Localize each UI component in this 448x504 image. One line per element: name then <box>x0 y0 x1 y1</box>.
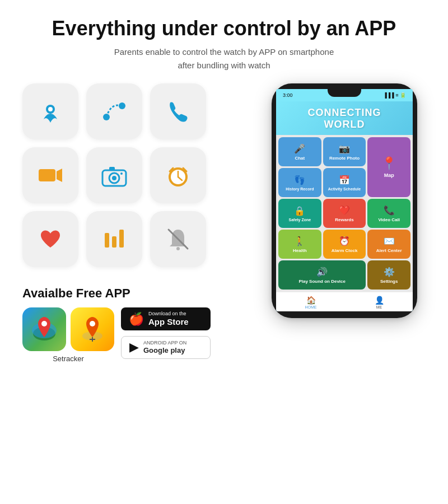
svg-rect-5 <box>39 169 55 181</box>
free-app-section: Avaialbe Free APP <box>22 286 252 363</box>
map-label: Map <box>384 172 394 178</box>
alarm-icon: ⏰ <box>339 236 350 246</box>
content-area: Avaialbe Free APP <box>22 83 426 363</box>
app-cell-alert[interactable]: ✉️ Alert Center <box>367 230 410 259</box>
googleplay-main: Google play <box>143 346 186 355</box>
activity-icon: 📅 <box>339 175 350 185</box>
chat-icon: 🎤 <box>294 143 305 154</box>
feature-icon-activity <box>86 211 142 267</box>
feature-icon-call <box>150 83 206 139</box>
phone-signal: ▐▐▐ ≡ 🔋 <box>384 92 406 98</box>
videocall-label: Video Call <box>378 217 400 222</box>
google-play-icon: ▶ <box>129 340 139 354</box>
rewards-label: Rewards <box>335 217 353 222</box>
history-icon: 👣 <box>294 175 305 185</box>
feature-icon-no-bell <box>150 211 206 267</box>
appstore-badge[interactable]: 🍎 Download on the App Store <box>121 307 211 330</box>
playsound-label: Play Sound on Device <box>298 279 346 284</box>
svg-rect-19 <box>112 236 116 248</box>
setracker-icon-2[interactable] <box>71 307 114 351</box>
app-cell-playsound[interactable]: 🔊 Play Sound on Device <box>278 260 366 290</box>
googleplay-text: ANDROID APP ON Google play <box>143 340 186 354</box>
alert-label: Alert Center <box>376 248 402 253</box>
feature-icon-alarm <box>150 147 206 203</box>
free-app-title: Avaialbe Free APP <box>22 286 252 301</box>
feature-icon-video <box>22 147 78 203</box>
app-icons-pair: Setracker <box>22 307 114 363</box>
left-panel: Avaialbe Free APP <box>22 83 252 363</box>
phone-time: 3:00 <box>283 92 293 98</box>
app-cell-videocall[interactable]: 📞 Video Call <box>367 199 410 228</box>
me-tab-label: ME <box>376 305 382 309</box>
health-icon: 🚶 <box>294 236 305 246</box>
svg-point-25 <box>41 321 47 326</box>
googleplay-badge[interactable]: ▶ ANDROID APP ON Google play <box>121 336 211 358</box>
header-section: Everything under control by an APP Paren… <box>22 17 426 72</box>
appstore-text: Download on the App Store <box>148 311 189 327</box>
app-cell-chat[interactable]: 🎤 Chat <box>278 137 321 166</box>
me-tab-icon: 👤 <box>375 296 384 305</box>
rewards-icon: ❤️ <box>339 205 350 216</box>
googleplay-sub: ANDROID APP ON <box>143 340 186 346</box>
app-cell-settings[interactable]: ⚙️ Settings <box>367 260 410 290</box>
phone-screen: 3:00 ▐▐▐ ≡ 🔋 CONNECTINGWORLD <box>276 89 413 311</box>
app-cell-activity[interactable]: 📅 Activity Schedule <box>323 168 366 197</box>
activity-label: Activity Schedule <box>328 187 361 191</box>
health-label: Health <box>293 248 306 253</box>
connecting-world-title: CONNECTINGWORLD <box>308 107 381 131</box>
appstore-sub: Download on the <box>148 311 189 317</box>
app-cell-remotephoto[interactable]: 📷 Remote Photo <box>323 137 366 166</box>
remotephoto-icon: 📷 <box>339 143 350 154</box>
app-cell-safety[interactable]: 🔒 Safety Zone <box>278 199 321 228</box>
settings-icon: ⚙️ <box>384 267 395 277</box>
svg-point-1 <box>48 107 53 111</box>
feature-icon-heart <box>22 211 78 267</box>
svg-rect-10 <box>109 167 115 170</box>
svg-point-21 <box>176 247 180 250</box>
safety-label: Safety Zone <box>288 218 311 222</box>
app-cell-map[interactable]: 📍 Map <box>367 137 410 197</box>
setracker-label: Setracker <box>53 354 84 363</box>
videocall-icon: 📞 <box>384 205 395 216</box>
history-label: History Record <box>286 187 314 191</box>
screen-header: CONNECTINGWORLD <box>276 101 413 135</box>
home-tab-icon: 🏠 <box>306 296 316 305</box>
app-grid: 🎤 Chat 📷 Remote Photo 📍 Map <box>276 135 413 292</box>
phone-bottom-bar: 🏠 HOME 👤 ME <box>276 292 413 311</box>
svg-rect-20 <box>119 230 124 248</box>
free-app-row: Setracker 🍎 Download on the App Store <box>22 307 252 363</box>
remotephoto-label: Remote Photo <box>329 156 360 161</box>
bottom-tab-home[interactable]: 🏠 HOME <box>305 296 317 309</box>
page: Everything under control by an APP Paren… <box>0 0 448 504</box>
svg-point-27 <box>90 321 95 326</box>
app-cell-rewards[interactable]: ❤️ Rewards <box>323 199 366 228</box>
phone-mockup: 3:00 ▐▐▐ ≡ 🔋 CONNECTINGWORLD <box>272 83 417 318</box>
app-cell-history[interactable]: 👣 History Record <box>278 168 321 197</box>
phone-notch <box>328 89 361 97</box>
appstore-main: App Store <box>148 317 189 327</box>
feature-icon-location <box>22 83 78 139</box>
apple-icon: 🍎 <box>129 312 144 326</box>
app-cell-health[interactable]: 🚶 Health <box>278 230 321 259</box>
svg-point-11 <box>120 172 123 175</box>
safety-icon: 🔒 <box>294 206 305 216</box>
store-badges: 🍎 Download on the App Store ▶ ANDROID AP… <box>121 307 211 358</box>
app-cell-alarm[interactable]: ⏰ Alarm Clock <box>323 230 366 259</box>
feature-icon-grid <box>22 83 252 267</box>
home-tab-label: HOME <box>305 305 317 309</box>
settings-label: Settings <box>380 279 398 284</box>
feature-icon-camera <box>86 147 142 203</box>
svg-rect-18 <box>105 233 109 248</box>
chat-label: Chat <box>295 156 305 161</box>
svg-point-9 <box>112 176 116 180</box>
bottom-tab-me[interactable]: 👤 ME <box>375 296 384 309</box>
alarm-label: Alarm Clock <box>332 248 358 253</box>
alert-icon: ✉️ <box>384 236 395 246</box>
svg-marker-6 <box>57 169 62 182</box>
subtitle: Parents enable to control the watch by A… <box>22 45 426 72</box>
phone-wrap: 3:00 ▐▐▐ ≡ 🔋 CONNECTINGWORLD <box>263 83 426 318</box>
playsound-icon: 🔊 <box>316 267 328 277</box>
setracker-icon-1[interactable] <box>22 307 66 351</box>
main-title: Everything under control by an APP <box>22 17 426 40</box>
map-icon: 📍 <box>381 156 396 171</box>
